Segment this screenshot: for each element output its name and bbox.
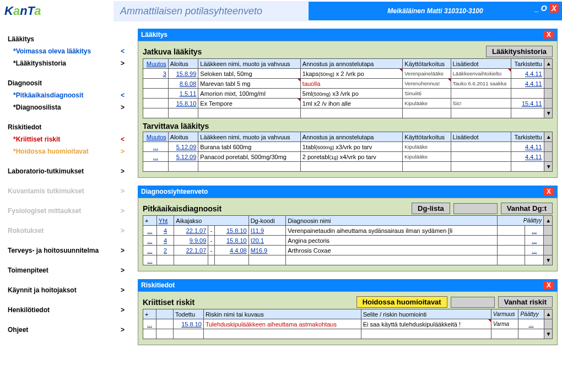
med-history-button[interactable]: Lääkityshistoria [486,46,553,57]
risk-panel-close[interactable]: X [543,281,554,289]
nav-fysio[interactable]: Fysiologiset mittaukset> [8,205,128,217]
nav-pitkaik[interactable]: *Pitkäaikaisdiagnoosit< [8,89,128,101]
nav-toimen[interactable]: Toimenpiteet> [8,264,128,276]
medication-panel: Lääkitys X Jatkuva lääkitys Lääkityshist… [138,29,558,178]
th-kaytto[interactable]: Käyttötarkoitus [403,59,451,69]
vanhat-riskit-button[interactable]: Vanhat riskit [498,296,553,308]
th-lisa[interactable]: Lisätiedot [451,59,511,69]
need-med-title: Tarvittava lääkitys [143,122,553,130]
need-med-table: Muutos Aloitus Lääkkeen nimi, muoto ja v… [143,132,553,172]
table-row[interactable]: ... 5.12.09 Panacod poretabl, 500mg/30mg… [143,152,553,162]
table-row[interactable]: ... 4 9.9.09 - 15.8.10 I20.1 Angina pect… [143,236,553,246]
diag-table: + Yht Aikajakso Dg-koodi Diagnoosin nimi… [143,215,553,265]
table-row[interactable]: 3 15.8.99 Seloken tabl, 50mg 1kaps(50mg)… [143,69,553,79]
minimize-button[interactable]: _ [534,4,539,13]
blank-button[interactable] [451,297,495,308]
blank-button[interactable] [453,203,498,214]
scroll-down-icon[interactable]: ▼ [544,108,552,118]
risk-panel: Riskitiedot X Kriittiset riskit Hoidossa… [138,279,558,345]
th-aloitus[interactable]: Aloitus [168,59,198,69]
table-row[interactable]: 8.6.08 Marevan tabl 5 mg tauolla Verenoh… [143,79,553,89]
nav-riskitiedot[interactable]: Riskitiedot [8,121,128,133]
diagnosis-panel: Diagnoosiyhteenveto X Pitkäaikaisdiagnoo… [138,186,558,271]
nav-diagnoosit[interactable]: Diagnoosit [8,77,128,89]
table-row[interactable]: ... 2 22.1.07 - 4.4.08 M16.9 Arthrosis C… [143,246,553,255]
risk-table: + Todettu Riskin nimi tai kuvaus Selite … [143,309,553,339]
dg-list-button[interactable]: Dg-lista [412,203,450,214]
nav-terveys[interactable]: Terveys- ja hoitosuunnitelma> [8,244,128,257]
close-button[interactable]: X [549,4,559,13]
th-annostus[interactable]: Annostus ja annostelutapa [300,59,402,69]
nav-laakitys[interactable]: Lääkitys [8,33,128,45]
nav-ohjeet[interactable]: Ohjeet> [8,324,128,336]
table-row[interactable]: 15.8.10 Ex Tempore 1ml x2 /v ihon alle K… [143,99,553,108]
th-tark[interactable]: Tarkistettu [511,59,544,69]
nav-kuvant[interactable]: Kuvantamis tutkimukset> [8,185,128,197]
th-nimi[interactable]: Lääkkeen nimi, muoto ja vahvuus [198,59,300,69]
medication-panel-close[interactable]: X [543,31,554,39]
risk-panel-title: Riskitiedot [141,281,175,289]
nav-hoidossa[interactable]: *Hoidossa huomioitavat> [8,145,128,157]
table-row[interactable]: ... 5.12.09 Burana tabl 600mg 1tabl(600m… [143,142,553,152]
nav-voimassa[interactable]: *Voimassa oleva lääkitys< [8,45,128,57]
nav-rokot[interactable]: Rokotukset> [8,225,128,237]
maximize-button[interactable]: O [541,4,547,13]
nav-henkilo[interactable]: Henkilötiedot> [8,304,128,316]
th-muutos[interactable]: Muutos [143,59,169,69]
table-row[interactable]: ... 15.8.10 Tulehduskipulääkkeen aiheutt… [143,319,553,329]
cont-med-table: Muutos Aloitus Lääkkeen nimi, muoto ja v… [143,58,553,118]
table-row[interactable]: ... 4 22.1.07 - 15.8.10 I11.9 Verenpaine… [143,226,553,236]
risk-sec-title: Kriittiset riskit [143,298,353,307]
vanhat-dg-button[interactable]: Vanhat Dg:t [501,203,553,214]
hoidossa-button[interactable]: Hoidossa huomioitavat [356,296,447,308]
nav-lab[interactable]: Laboratorio-tutkimukset> [8,165,128,177]
medication-panel-title: Lääkitys [141,31,167,39]
table-row[interactable]: 1.5.11 Amorion mixt, 100mg/ml 5ml(500mg)… [143,89,553,99]
nav-laakhist[interactable]: *Lääkityshistoria> [8,57,128,69]
diagnosis-panel-close[interactable]: X [543,188,554,195]
sidebar: Lääkitys *Voimassa oleva lääkitys< *Lääk… [0,22,133,360]
nav-diaglista[interactable]: *Diagnoosilista> [8,101,128,113]
patient-info: Meikäläinen Matti 310310-3100 _ O X [309,2,562,20]
logo: KanTa [0,4,114,18]
diag-sec-title: Pitkäaikaisdiagnoosit [143,204,408,213]
nav-kaynnit[interactable]: Käynnit ja hoitojaksot> [8,284,128,296]
nav-kriittiset[interactable]: *Kriittiset riskit< [8,133,128,145]
diagnosis-panel-title: Diagnoosiyhteenveto [141,188,208,195]
cont-med-title: Jatkuva lääkitys [143,47,483,56]
page-title: Ammattilaisen potilasyhteenveto [114,1,309,21]
scroll-up-icon[interactable]: ▲ [544,59,552,69]
